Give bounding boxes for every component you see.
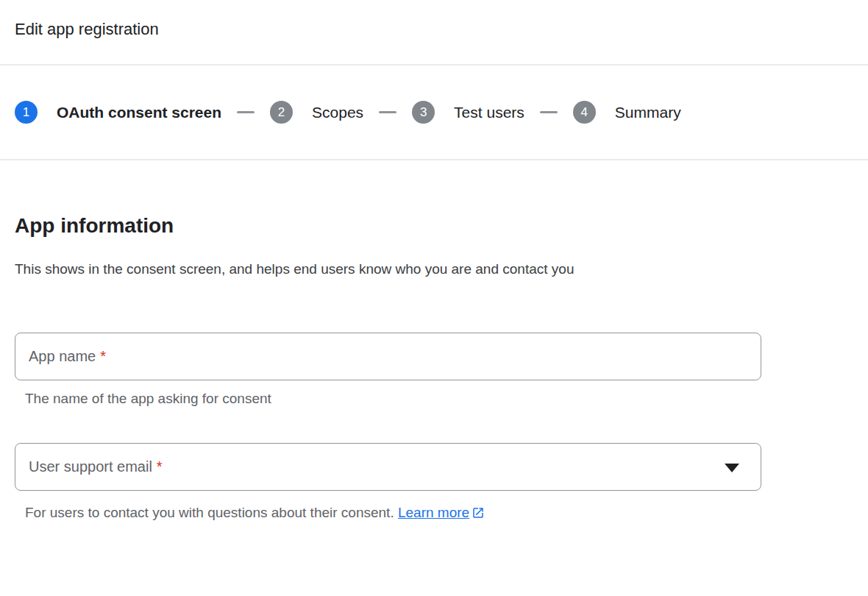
user-support-email-required-asterisk: *	[157, 458, 163, 475]
user-support-email-helper-sentence: For users to contact you with questions …	[25, 505, 394, 520]
wizard-stepper: 1 OAuth consent screen 2 Scopes 3 Test u…	[0, 65, 868, 160]
step-scopes[interactable]: 2 Scopes	[270, 101, 363, 124]
step-2-circle: 2	[270, 101, 293, 124]
step-1-label: OAuth consent screen	[57, 104, 221, 121]
external-link-icon	[472, 506, 485, 519]
step-4-circle: 4	[573, 101, 596, 124]
app-name-helper-text: The name of the app asking for consent	[25, 390, 853, 408]
step-oauth-consent-screen[interactable]: 1 OAuth consent screen	[15, 101, 221, 124]
learn-more-link[interactable]: Learn more	[398, 505, 469, 520]
dropdown-arrow-icon[interactable]	[725, 464, 739, 472]
section-heading: App information	[15, 213, 853, 238]
step-3-circle: 3	[412, 101, 435, 124]
app-name-input[interactable]: App name *	[15, 333, 761, 380]
page-header: Edit app registration	[0, 0, 868, 65]
app-name-required-asterisk: *	[100, 348, 106, 365]
user-support-email-select[interactable]: User support email *	[15, 443, 761, 491]
step-connector-dash	[379, 111, 396, 113]
step-4-label: Summary	[615, 104, 681, 121]
step-3-label: Test users	[454, 104, 524, 121]
form-section: App information This shows in the consen…	[0, 213, 868, 522]
step-test-users[interactable]: 3 Test users	[412, 101, 524, 124]
user-support-email-label: User support email	[29, 458, 152, 475]
step-summary[interactable]: 4 Summary	[573, 101, 681, 124]
section-description: This shows in the consent screen, and he…	[15, 255, 603, 284]
step-1-circle: 1	[15, 101, 38, 124]
app-name-label: App name	[29, 348, 96, 365]
step-connector-dash	[540, 111, 558, 113]
step-2-label: Scopes	[312, 104, 363, 121]
page-title: Edit app registration	[15, 18, 853, 40]
step-connector-dash	[237, 111, 255, 113]
user-support-email-helper-text: For users to contact you with questions …	[25, 504, 853, 522]
